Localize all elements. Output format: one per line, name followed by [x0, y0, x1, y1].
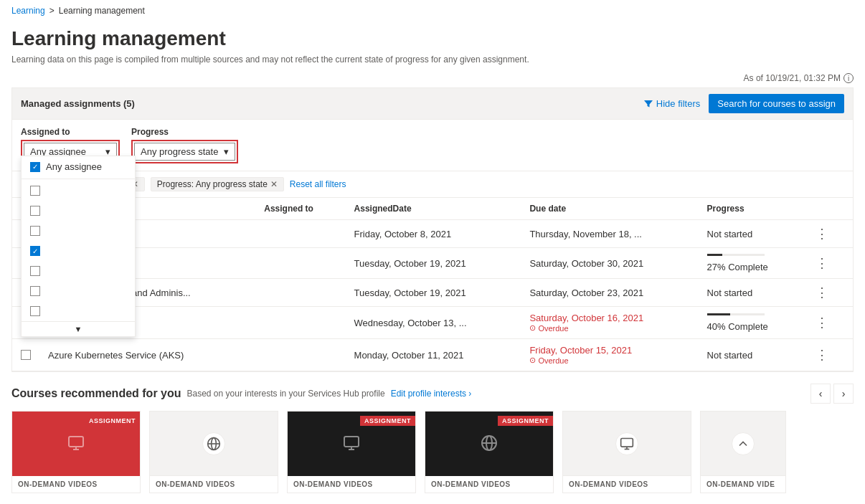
row-due-date: Saturday, October 30, 2021: [521, 248, 698, 279]
dropdown-item-6[interactable]: [22, 281, 135, 301]
header-actions: Hide filters Search for courses to assig…: [643, 94, 844, 113]
assignments-header: Managed assignments (5) Hide filters Sea…: [11, 87, 854, 120]
row-due-date: Saturday, October 16, 2021 ⊙ Overdue: [521, 307, 698, 339]
checkbox-2: [30, 206, 40, 216]
progress-filter-group: Progress Any progress state ▾: [131, 127, 238, 163]
recommended-subtitle: Based on your interests in your Services…: [187, 389, 385, 399]
row-more[interactable]: ⋮: [804, 248, 853, 279]
checkbox-5: [30, 266, 40, 276]
search-courses-button[interactable]: Search for courses to assign: [709, 94, 844, 113]
row-progress: Not started: [699, 220, 805, 248]
card-body: ON-DEMAND VIDEOS: [425, 476, 553, 493]
checkbox-6: [30, 286, 40, 296]
row-assigned-date: Tuesday, October 19, 2021: [346, 248, 521, 279]
assigned-to-label: Assigned to: [21, 127, 120, 137]
row-more[interactable]: ⋮: [804, 220, 853, 248]
row-due-date: Friday, October 15, 2021 ⊙ Overdue: [521, 339, 698, 371]
nav-arrows: ‹ ›: [810, 384, 854, 404]
card-type: ON-DEMAND VIDEOS: [156, 480, 272, 488]
monitor-icon: [67, 434, 85, 454]
row-progress: Not started: [699, 339, 805, 371]
course-card[interactable]: ON-DEMAND VIDEOS: [149, 411, 278, 493]
table-header-row: Assigned to AssignedDate Due date Progre…: [12, 198, 853, 220]
row-due-date: Thursday, November 18, ...: [521, 220, 698, 248]
row-assigned-to: [255, 279, 345, 307]
card-assignment-badge: ASSIGNMENT: [360, 416, 415, 426]
hide-filters-button[interactable]: Hide filters: [643, 98, 700, 109]
progress-select[interactable]: Any progress state ▾: [134, 143, 235, 161]
dropdown-item-any-assignee[interactable]: Any assignee: [22, 156, 135, 177]
overdue-icon: ⊙: [529, 356, 536, 365]
dropdown-item-2[interactable]: [22, 201, 135, 221]
th-assigned-date: AssignedDate: [346, 198, 521, 220]
card-thumbnail: ASSIGNMENT: [425, 412, 553, 476]
th-actions: [804, 198, 853, 220]
card-body: ON-DEMAND VIDEOS: [12, 476, 140, 493]
svg-rect-0: [69, 437, 83, 447]
card-assignment-badge: ASSIGNMENT: [85, 416, 140, 426]
progress-label: Progress: [131, 127, 238, 137]
checkbox-1: [30, 186, 40, 196]
course-card[interactable]: ON-DEMAND VIDEOS: [562, 411, 691, 493]
overdue-label: ⊙ Overdue: [529, 356, 689, 365]
course-card[interactable]: ON-DEMAND VIDE: [700, 411, 786, 493]
row-progress: 27% Complete: [699, 248, 805, 279]
filter-tag-remove-2[interactable]: ✕: [270, 179, 278, 189]
more-options-button[interactable]: ⋮: [813, 347, 831, 363]
progress-chevron-icon: ▾: [224, 146, 229, 157]
card-body: ON-DEMAND VIDEOS: [150, 476, 278, 493]
filters-row: Assigned to Any assignee ▾ Progress Any …: [11, 120, 854, 171]
row-checkbox[interactable]: [12, 339, 39, 371]
more-options-button[interactable]: ⋮: [813, 315, 831, 331]
assignments-title: Managed assignments (5): [21, 98, 135, 109]
course-card[interactable]: ASSIGNMENT ON-DEMAND VIDEOS: [425, 411, 554, 493]
reset-filters-button[interactable]: Reset all filters: [290, 179, 346, 189]
assignee-dropdown: Any assignee: [21, 156, 136, 337]
breadcrumb-learning-link[interactable]: Learning: [11, 6, 45, 16]
table-row: ation Skills Wednesday, October 13, ... …: [12, 307, 853, 339]
breadcrumb-current: Learning management: [59, 6, 145, 16]
card-assignment-badge: ASSIGNMENT: [498, 416, 553, 426]
row-progress: Not started: [699, 279, 805, 307]
breadcrumb-separator: >: [49, 6, 55, 16]
row-more[interactable]: ⋮: [804, 279, 853, 307]
globe-icon: [202, 432, 225, 455]
course-card[interactable]: ASSIGNMENT ON-DEMAND VIDEOS: [287, 411, 416, 493]
table-row: Azure Kubernetes Service (AKS) Monday, O…: [12, 339, 853, 371]
main-content: As of 10/19/21, 01:32 PM i Managed assig…: [0, 73, 865, 372]
dropdown-item-7[interactable]: [22, 301, 135, 321]
progress-select-wrap: Any progress state ▾: [131, 140, 238, 163]
page-subtitle: Learning data on this page is compiled f…: [11, 54, 854, 65]
row-assigned-date: Wednesday, October 13, ...: [346, 307, 521, 339]
page-title: Learning management: [11, 27, 854, 50]
checkbox-4: [30, 246, 40, 256]
overdue-label: ⊙ Overdue: [529, 323, 689, 333]
more-options-button[interactable]: ⋮: [813, 226, 831, 242]
table-row: Manager: Concepts and Adminis... Tuesday…: [12, 279, 853, 307]
more-options-button[interactable]: ⋮: [813, 285, 831, 300]
page-header: Learning management Learning data on thi…: [0, 22, 865, 73]
dropdown-item-5[interactable]: [22, 261, 135, 281]
dropdown-item-4[interactable]: [22, 241, 135, 261]
row-progress: 40% Complete: [699, 307, 805, 339]
next-courses-button[interactable]: ›: [833, 384, 854, 404]
row-assigned-to: [255, 339, 345, 371]
checkbox-3: [30, 226, 40, 236]
recommended-section: Courses recommended for you Based on you…: [0, 372, 865, 493]
prev-courses-button[interactable]: ‹: [810, 384, 831, 404]
funnel-icon: [643, 99, 653, 109]
dropdown-item-3[interactable]: [22, 221, 135, 241]
course-card[interactable]: ASSIGNMENT ON-DEMAND VIDEOS: [11, 411, 141, 493]
active-filters-row: Assigned to: Any assignee ✕ Progress: An…: [11, 171, 854, 198]
timestamp-info-icon[interactable]: i: [843, 73, 854, 83]
row-more[interactable]: ⋮: [804, 307, 853, 339]
edit-profile-interests-link[interactable]: Edit profile interests ›: [391, 389, 472, 399]
dropdown-item-1[interactable]: [22, 181, 135, 201]
card-thumbnail: ASSIGNMENT: [288, 412, 415, 476]
card-thumbnail: [563, 412, 691, 476]
card-type: ON-DEMAND VIDEOS: [293, 480, 410, 488]
th-progress: Progress: [699, 198, 805, 220]
more-options-button[interactable]: ⋮: [813, 255, 831, 271]
assignments-table: Assigned to AssignedDate Due date Progre…: [12, 198, 853, 371]
row-more[interactable]: ⋮: [804, 339, 853, 371]
